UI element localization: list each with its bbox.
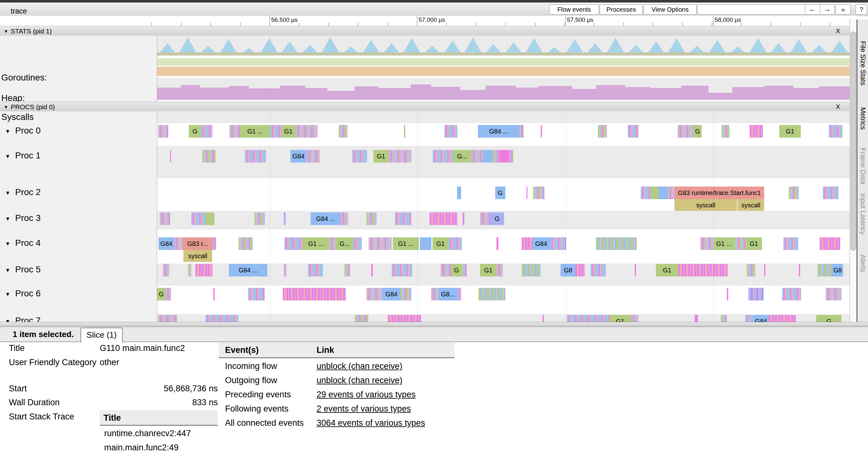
slice-stripes[interactable] [284,237,303,250]
stats-close-button[interactable]: X [836,27,840,35]
slice-stripes[interactable] [433,150,453,162]
slice-stripes[interactable] [721,315,727,322]
slice-g1-[interactable]: G1 ... [303,237,329,250]
slice-stripes[interactable] [401,288,411,301]
slice-stripes[interactable] [463,212,464,225]
slice-stripes[interactable] [395,212,411,225]
track-label-proc-0[interactable]: Proc 0 [15,126,41,136]
slice-stripes[interactable] [628,125,639,138]
slice-stripes[interactable] [829,125,842,138]
slice-g83-r-[interactable]: G83 r... [182,237,213,250]
slice-stripes[interactable] [783,237,798,250]
slice-stripes[interactable] [541,125,542,138]
slice-g8[interactable]: G8 [561,264,576,276]
collapse-arrow-icon[interactable]: ▼ [5,241,10,247]
track-label-proc-4[interactable]: Proc 4 [15,238,41,248]
slice-g1[interactable]: G1 [373,150,389,162]
slice-stripes[interactable] [245,150,266,162]
collapse-arrow-icon[interactable]: ▼ [5,153,10,160]
slice-g1-[interactable]: G1 ... [240,125,271,138]
slice-stripes[interactable] [734,237,746,250]
track-label-proc-6[interactable]: Proc 6 [15,288,41,299]
event-link[interactable]: 2 events of various types [317,403,411,415]
slice-stripes[interactable] [478,288,505,301]
slice-stripes[interactable] [308,264,323,276]
slice-stripes[interactable] [598,125,607,138]
slice-stripes[interactable] [727,288,728,301]
slice-stripes[interactable] [201,125,212,138]
track-label-proc-7[interactable]: Proc 7 [15,315,41,322]
slice-g1-[interactable]: G1 ... [714,237,734,250]
slice-stripes[interactable] [229,125,240,138]
collapse-arrow-icon[interactable]: ▼ [5,267,10,274]
collapse-arrow-icon[interactable]: ▼ [5,318,10,322]
slice-stripes[interactable] [353,237,362,250]
slice-stripes[interactable] [750,125,763,138]
goroutines-chart[interactable] [157,36,850,56]
slice-g84[interactable]: G84 [382,288,401,301]
slice-g1[interactable]: G1 [656,264,678,276]
slice-stripes[interactable] [567,315,610,322]
procs-section-header[interactable]: ▼ PROCS (pid 0) X [0,102,857,112]
slice-stripes[interactable] [213,288,215,301]
slice-g[interactable]: G [189,125,201,138]
slice-stripes[interactable] [404,125,405,138]
event-link[interactable]: unblock (chan receive) [317,375,402,386]
panel-splitter[interactable] [0,322,868,327]
slice-stripes[interactable] [499,150,509,162]
slice-stripes[interactable] [658,186,668,199]
slice-stripes[interactable] [444,125,457,138]
slice-g1[interactable]: G1 [480,264,496,276]
slice-g[interactable]: G [495,186,505,199]
slice-stripes[interactable] [165,288,171,301]
flow-events-button[interactable]: Flow events [549,4,599,14]
slice-stripes[interactable] [496,237,498,250]
slice-stripes[interactable] [789,186,799,199]
help-button[interactable]: ? [856,4,867,14]
tab-slice[interactable]: Slice (1) [81,328,123,343]
slice-g[interactable]: G [452,264,461,276]
slice-stripes[interactable] [526,186,527,199]
slice-stripes[interactable] [820,237,840,250]
slice-stripes[interactable] [522,264,541,276]
slice-g[interactable]: G [816,315,841,322]
slice-g83-runtime-trace-start-func1[interactable]: G83 runtime/trace.Start.func1 [675,186,764,199]
slice-stripes[interactable] [651,186,658,199]
track-label-proc-2[interactable]: Proc 2 [15,187,41,197]
slice-g[interactable]: G [157,288,165,301]
slice-g1-[interactable]: G1 ... [393,237,419,250]
slice-stripes[interactable] [170,150,171,162]
procs-close-button[interactable]: X [836,103,840,111]
slice-stripes[interactable] [448,237,462,250]
slice-g84[interactable]: G84 [290,150,307,162]
slice-stripes[interactable] [158,315,177,322]
track-label-proc-1[interactable]: Proc 1 [15,151,41,161]
slice-stripes[interactable] [542,315,544,322]
slice-syscall[interactable]: syscall [183,250,212,262]
more-options-button[interactable]: » [836,4,850,14]
slice-stripes[interactable] [367,212,377,225]
slice-stripes[interactable] [441,264,452,276]
event-link[interactable]: unblock (chan receive) [317,360,402,372]
collapse-arrow-icon[interactable]: ▼ [5,128,10,135]
collapse-arrow-icon[interactable]: ▼ [5,216,10,222]
slice-g1[interactable]: G1 [610,315,631,322]
slice-stripes[interactable] [389,150,411,162]
slice-stripes[interactable] [271,125,281,138]
collapse-arrow-icon[interactable]: ▼ [4,29,8,34]
slice-stripes[interactable] [769,315,796,322]
find-previous-button[interactable]: ← [805,5,820,14]
slice-stripes[interactable] [431,288,438,301]
slice-stripes[interactable] [457,288,461,301]
slice-stripes[interactable] [191,212,206,225]
slice-stripes[interactable] [248,288,265,301]
slice-g8-[interactable]: G8... [438,288,457,301]
slice-stripes[interactable] [471,150,483,162]
slice-stripes[interactable] [764,264,766,276]
slice-stripes[interactable] [522,237,532,250]
slice-syscall[interactable]: syscall [675,199,737,211]
slice-stripes[interactable] [284,264,286,276]
heap-nextgc-band[interactable] [157,67,850,76]
slice-stripes[interactable] [745,315,753,322]
slice-stripes[interactable] [284,212,286,225]
